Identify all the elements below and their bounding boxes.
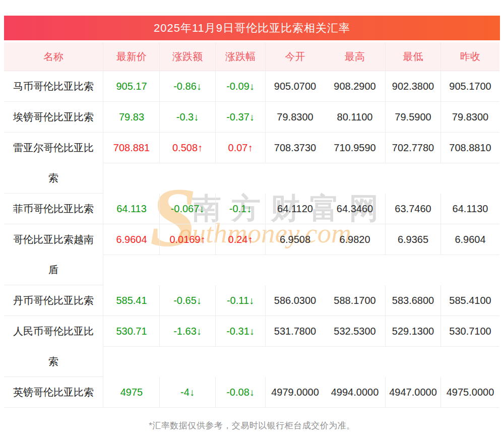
change-amount-cell: 0.0169↑	[159, 224, 215, 255]
change-pct-cell: -0.11↓	[215, 285, 265, 316]
high-cell: 80.1100	[325, 102, 385, 133]
header-cell-name: 名称	[4, 42, 103, 71]
header-cell-prev: 昨收	[440, 42, 499, 71]
open-cell: 531.7800	[265, 316, 325, 347]
last-price-cell: 6.9604	[103, 224, 160, 255]
change-amount-cell: -4↓	[159, 377, 215, 408]
table-row: 人民币哥伦比亚比索530.71-1.63↓-0.31↓531.7800532.5…	[4, 316, 500, 377]
prev-close-cell: 585.4100	[440, 285, 499, 316]
open-cell: 708.3730	[265, 133, 325, 163]
prev-close-cell: 79.8300	[440, 102, 499, 133]
name-cell: 马币哥伦比亚比索	[4, 71, 103, 102]
open-cell: 64.1120	[265, 194, 325, 224]
change-amount-cell: -0.3↓	[159, 102, 215, 133]
last-price-cell: 4975	[103, 377, 160, 408]
high-cell: 6.9820	[325, 224, 385, 255]
change-amount-cell: 0.508↑	[159, 133, 215, 163]
page-title: 2025年11月9日哥伦比亚比索相关汇率	[154, 21, 350, 36]
table-row: 雷亚尔哥伦比亚比索708.8810.508↑0.07↑708.3730710.9…	[4, 133, 500, 194]
open-cell: 4979.0000	[265, 377, 325, 408]
high-cell: 588.1700	[325, 285, 385, 316]
header-cell-open: 今开	[265, 42, 325, 71]
change-amount-cell: -1.63↓	[159, 316, 215, 347]
last-price-cell: 905.17	[103, 71, 160, 102]
header-cell-chg: 涨跌额	[159, 42, 215, 71]
name-cell: 哥伦比亚比索越南盾	[4, 224, 103, 285]
header-cell-last: 最新价	[103, 42, 160, 71]
low-cell: 902.3800	[385, 71, 440, 102]
change-pct-cell: -0.37↓	[215, 102, 265, 133]
table-row: 菲币哥伦比亚比索64.113-0.067↓-0.1↓64.112064.3460…	[4, 194, 500, 224]
header-cell-high: 最高	[325, 42, 385, 71]
table-body: 马币哥伦比亚比索905.17-0.86↓-0.09↓905.0700908.29…	[4, 71, 500, 408]
name-cell: 菲币哥伦比亚比索	[4, 194, 103, 224]
last-price-cell: 79.83	[103, 102, 160, 133]
last-price-cell: 585.41	[103, 285, 160, 316]
low-cell: 6.9365	[385, 224, 440, 255]
table-header: 名称最新价涨跌额涨跌幅今开最高最低昨收	[4, 42, 500, 71]
high-cell: 710.9590	[325, 133, 385, 163]
change-pct-cell: 0.07↑	[215, 133, 265, 163]
open-cell: 586.0300	[265, 285, 325, 316]
last-price-cell: 708.881	[103, 133, 160, 163]
change-pct-cell: -0.31↓	[215, 316, 265, 347]
change-pct-cell: 0.24↑	[215, 224, 265, 255]
low-cell: 79.5900	[385, 102, 440, 133]
header-cell-low: 最低	[385, 42, 440, 71]
change-amount-cell: -0.86↓	[159, 71, 215, 102]
name-cell: 雷亚尔哥伦比亚比索	[4, 133, 103, 194]
change-amount-cell: -0.067↓	[159, 194, 215, 224]
table-row: 丹币哥伦比亚比索585.41-0.65↓-0.11↓586.0300588.17…	[4, 285, 500, 316]
rate-table: 名称最新价涨跌额涨跌幅今开最高最低昨收 马币哥伦比亚比索905.17-0.86↓…	[4, 42, 500, 408]
prev-close-cell: 64.1130	[440, 194, 499, 224]
low-cell: 702.7780	[385, 133, 440, 163]
change-pct-cell: -0.1↓	[215, 194, 265, 224]
exchange-rate-page: S 南方财富网 outhmoney.com 2025年11月9日哥伦比亚比索相关…	[0, 0, 504, 431]
name-cell: 丹币哥伦比亚比索	[4, 285, 103, 316]
name-cell: 埃镑哥伦比亚比索	[4, 102, 103, 133]
high-cell: 4994.0000	[325, 377, 385, 408]
last-price-cell: 64.113	[103, 194, 160, 224]
prev-close-cell: 6.9604	[440, 224, 499, 255]
table-row: 埃镑哥伦比亚比索79.83-0.3↓-0.37↓79.830080.110079…	[4, 102, 500, 133]
low-cell: 529.1300	[385, 316, 440, 347]
prev-close-cell: 4975.0000	[440, 377, 499, 408]
open-cell: 6.9508	[265, 224, 325, 255]
last-price-cell: 530.71	[103, 316, 160, 347]
low-cell: 583.6800	[385, 285, 440, 316]
high-cell: 532.5300	[325, 316, 385, 347]
low-cell: 4947.0000	[385, 377, 440, 408]
title-bar: 2025年11月9日哥伦比亚比索相关汇率	[4, 16, 500, 40]
change-pct-cell: -0.08↓	[215, 377, 265, 408]
prev-close-cell: 708.8810	[440, 133, 499, 163]
prev-close-cell: 905.1700	[440, 71, 499, 102]
low-cell: 63.7460	[385, 194, 440, 224]
table-row: 哥伦比亚比索越南盾6.96040.0169↑0.24↑6.95086.98206…	[4, 224, 500, 285]
open-cell: 905.0700	[265, 71, 325, 102]
header-cell-pct: 涨跌幅	[215, 42, 265, 71]
change-pct-cell: -0.09↓	[215, 71, 265, 102]
name-cell: 人民币哥伦比亚比索	[4, 316, 103, 377]
footer-note: *汇率数据仅供参考，交易时以银行柜台成交价为准。	[0, 420, 504, 431]
change-amount-cell: -0.65↓	[159, 285, 215, 316]
table-row: 马币哥伦比亚比索905.17-0.86↓-0.09↓905.0700908.29…	[4, 71, 500, 102]
open-cell: 79.8300	[265, 102, 325, 133]
table-row: 英镑哥伦比亚比索4975-4↓-0.08↓4979.00004994.00004…	[4, 377, 500, 408]
prev-close-cell: 530.7100	[440, 316, 499, 347]
high-cell: 908.2900	[325, 71, 385, 102]
name-cell: 英镑哥伦比亚比索	[4, 377, 103, 408]
high-cell: 64.3460	[325, 194, 385, 224]
